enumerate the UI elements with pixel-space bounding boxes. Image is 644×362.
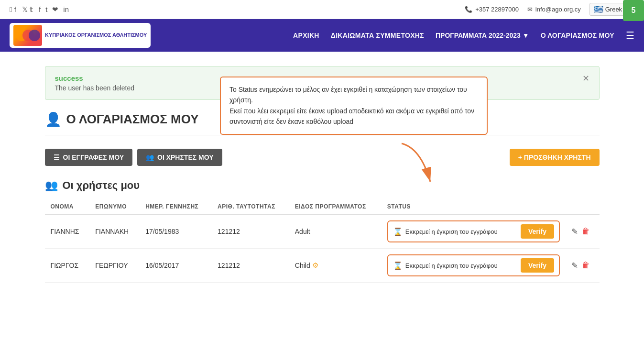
tooltip-text: To Status ενημερώνει το μέλος αν έχει εγ… [229,86,474,125]
tooltip-box: To Status ενημερώνει το μέλος αν έχει εγ… [220,77,488,135]
hourglass-icon: ⌛ [393,227,403,236]
col-program: ΕΙΔΟΣ ΠΡΟΓΡΑΜΜΑΤΟΣ [289,199,382,214]
col-id: ΑΡΙΘ. ΤΑΥΤΟΤΗΤΑΣ [212,199,289,214]
cell-actions: ✎ 🗑 [566,249,599,283]
cell-program: Adult [289,214,382,249]
main-nav: ΑΡΧΙΚΗ ΔΙΚΑΙΩΜΑΤΑ ΣΥΜΜΕΤΟΧΗΣ ΠΡΟΓΡΑΜΜΑΤΑ… [293,30,634,41]
hourglass-icon: ⌛ [393,261,403,270]
nav-account[interactable]: Ο ΛΟΓΑΡΙΑΣΜΟΣ ΜΟΥ [541,32,614,39]
my-records-button[interactable]: ☰ ΟΙ ΕΓΓΡΑΦΕΣ ΜΟΥ [45,149,133,166]
svg-point-2 [29,30,40,41]
social-links:  f 𝕏 𝕥 f t ❤ in [10,5,69,14]
close-button[interactable]: ✕ [582,74,589,83]
cell-status: ⌛ Εκκρεμεί η έγκριση του εγγράφου Verify [382,249,566,283]
col-surname: ΕΠΩΝΥΜΟ [89,199,140,214]
facebook-icon[interactable]:  f [10,5,16,13]
users-table: ΟΝΟΜΑ ΕΠΩΝΥΜΟ ΗΜΕΡ. ΓΕΝΝΗΣΗΣ ΑΡΙΘ. ΤΑΥΤΟ… [45,199,600,283]
cell-name: ΓΙΑΝΝΗΣ [45,214,90,249]
logo-image [13,25,42,46]
cell-surname: ΓΕΩΡΓΙΟΥ [89,249,140,283]
cell-dob: 16/05/2017 [140,249,212,283]
col-actions [566,199,599,214]
add-user-button[interactable]: + ΠΡΟΣΘΗΚΗ ΧΡΗΣΤΗ [510,149,600,166]
success-message: The user has been deleted [55,84,135,92]
status-text: ⌛ Εκκρεμεί η έγκριση του εγγράφου [393,261,517,270]
twitter-icon[interactable]: 𝕏 𝕥 [22,5,33,14]
nav-rights[interactable]: ΔΙΚΑΙΩΜΑΤΑ ΣΥΜΜΕΤΟΧΗΣ [331,32,424,39]
cell-name: ΓΙΩΡΓΟΣ [45,249,90,283]
cell-dob: 17/05/1983 [140,214,212,249]
cell-program: Child ⚙ [289,249,382,283]
logo-text: ΚΥΠΡΙΑΚΟΣ ΟΡΓΑΝΙΣΜΟΣ ΑΘΛΗΤΙΣΜΟΥ [45,32,147,38]
logo: ΚΥΠΡΙΑΚΟΣ ΟΡΓΑΝΙΣΜΟΣ ΑΘΛΗΤΙΣΜΟΥ [10,23,151,48]
list-icon: ☰ [54,154,60,161]
status-text: ⌛ Εκκρεμεί η έγκριση του εγγράφου [393,227,517,236]
cell-surname: ΓΙΑΝΝΑΚΗ [89,214,140,249]
flag-icon: 🇬🇷 [594,5,603,14]
table-header-row: ΟΝΟΜΑ ΕΠΩΝΥΜΟ ΗΜΕΡ. ΓΕΝΝΗΣΗΣ ΑΡΙΘ. ΤΑΥΤΟ… [45,199,600,214]
cell-status: ⌛ Εκκρεμεί η έγκριση του εγγράφου Verify [382,214,566,249]
success-title: success [55,74,135,82]
user-icon: 👤 [45,111,62,127]
col-name: ΟΝΟΜΑ [45,199,90,214]
edit-icon[interactable]: ✎ [571,227,578,237]
users-icon: 👥 [146,154,154,161]
verify-button[interactable]: Verify [521,258,554,273]
users-section-icon: 👥 [45,179,58,192]
hamburger-icon[interactable]: ☰ [626,30,634,41]
table-row: ΓΙΑΝΝΗΣ ΓΙΑΝΝΑΚΗ 17/05/1983 121212 Adult… [45,214,600,249]
edit-icon[interactable]: ✎ [571,261,578,271]
nav-programs[interactable]: ΠΡΟΓΡΑΜΜΑΤΑ 2022-2023 ▼ [436,32,529,39]
cell-id: 121212 [212,249,289,283]
section-title: 👥 Οι χρήστες μου [45,179,600,192]
phone-icon: 📞 [465,6,472,13]
cell-actions: ✎ 🗑 [566,214,599,249]
my-users-button[interactable]: 👥 ΟΙ ΧΡΗΣΤΕΣ ΜΟΥ [137,149,222,166]
delete-icon[interactable]: 🗑 [582,261,590,270]
buttons-bar: ☰ ΟΙ ΕΓΓΡΑΦΕΣ ΜΟΥ 👥 ΟΙ ΧΡΗΣΤΕΣ ΜΟΥ + ΠΡΟ… [45,149,600,166]
cell-id: 121212 [212,214,289,249]
chevron-down-icon: ▼ [523,32,529,39]
email-icon: ✉ [527,6,533,13]
table-row: ΓΙΩΡΓΟΣ ΓΕΩΡΓΙΟΥ 16/05/2017 121212 Child… [45,249,600,283]
verify-button[interactable]: Verify [521,224,554,239]
phone-contact: 📞 +357 22897000 [465,6,519,13]
delete-icon[interactable]: 🗑 [582,227,590,236]
notification-badge[interactable]: 5 [623,0,644,21]
gear-icon[interactable]: ⚙ [312,261,318,269]
col-dob: ΗΜΕΡ. ΓΕΝΝΗΣΗΣ [140,199,212,214]
nav-home[interactable]: ΑΡΧΙΚΗ [293,32,319,39]
email-contact: ✉ info@ago.org.cy [527,6,581,13]
social-icons-group: f t ❤ in [39,5,69,14]
col-status: STATUS [382,199,566,214]
